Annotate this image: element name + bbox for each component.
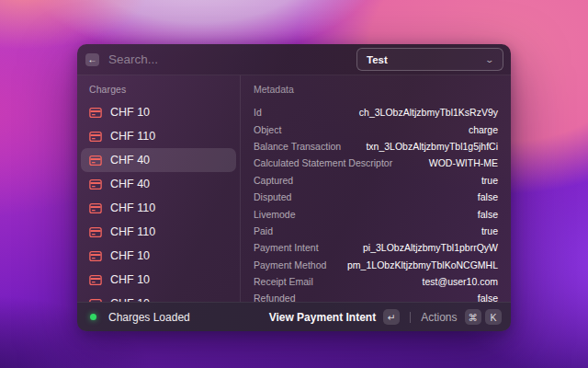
metadata-key: Payment Method (254, 259, 326, 270)
metadata-row: Balance Transaction txn_3LObzAltjzbmyTbl… (254, 138, 498, 155)
charge-amount-label: CHF 40 (110, 154, 150, 167)
environment-selected-value: Test (367, 54, 388, 65)
actions-key-badges: ⌘ K (465, 309, 503, 325)
charge-amount-label: CHF 10 (110, 273, 150, 286)
enter-key-badge[interactable]: ↵ (383, 309, 400, 325)
metadata-key: Calculated Statement Descriptor (254, 157, 392, 168)
metadata-title: Metadata (254, 75, 498, 101)
metadata-row: Livemode false (254, 205, 498, 222)
metadata-key: Id (254, 107, 262, 118)
metadata-row: Payment Intent pi_3LObzAltjzbmyTbl1pbrrQ… (254, 239, 498, 256)
charge-list-item[interactable]: CHF 10 (81, 292, 236, 302)
metadata-value: true (481, 175, 498, 186)
actions-menu-button[interactable]: Actions (421, 311, 457, 324)
charge-list-item[interactable]: CHF 10 (81, 100, 236, 124)
metadata-value: pm_1LObzKltjzbmyTblKoNCGMHL (347, 259, 498, 270)
metadata-key: Paid (254, 225, 273, 236)
metadata-row: Payment Method pm_1LObzKltjzbmyTblKoNCGM… (254, 257, 498, 273)
statusbar-divider (410, 312, 411, 323)
charge-list-item[interactable]: CHF 110 (81, 220, 236, 244)
metadata-row: Refunded false (254, 290, 498, 302)
credit-card-icon (89, 178, 102, 190)
charge-amount-label: CHF 40 (110, 178, 150, 190)
view-payment-intent-button[interactable]: View Payment Intent (269, 311, 376, 324)
metadata-row: Paid true (254, 223, 498, 239)
charge-list-item[interactable]: CHF 110 (81, 124, 236, 148)
metadata-row: Calculated Statement Descriptor WOD-WITH… (254, 155, 498, 171)
credit-card-icon (89, 226, 102, 238)
metadata-key: Object (254, 124, 281, 135)
credit-card-icon (89, 131, 102, 143)
charge-amount-label: CHF 110 (110, 130, 155, 143)
metadata-key: Captured (254, 175, 293, 186)
metadata-value: charge (469, 124, 498, 135)
metadata-value: false (478, 191, 498, 202)
metadata-panel: Metadata Id ch_3LObzAltjzbmyTbl1KsRzV9y … (241, 75, 511, 302)
metadata-rows: Id ch_3LObzAltjzbmyTbl1KsRzV9y Object ch… (254, 101, 498, 302)
charges-list-panel: Charges CHF 10 (77, 75, 241, 302)
app-window: ← Test ⌄ Charges CHF 10 (77, 44, 511, 331)
charge-list-item[interactable]: CHF 40 (81, 172, 236, 196)
metadata-value: test@user10.com (423, 276, 498, 287)
command-key-badge[interactable]: ⌘ (465, 309, 482, 325)
charge-amount-label: CHF 10 (110, 249, 150, 262)
metadata-value: WOD-WITH-ME (429, 157, 498, 168)
metadata-key: Balance Transaction (254, 141, 341, 152)
search-input[interactable] (108, 52, 347, 66)
metadata-key: Livemode (254, 209, 296, 220)
credit-card-icon (89, 250, 102, 262)
k-key-badge[interactable]: K (485, 309, 502, 325)
metadata-row: Receipt Email test@user10.com (254, 273, 498, 290)
metadata-value: txn_3LObzAltjzbmyTbl1g5jhfCi (366, 141, 498, 152)
back-button[interactable]: ← (85, 53, 99, 66)
metadata-key: Disputed (254, 191, 291, 202)
charge-amount-label: CHF 10 (110, 106, 150, 119)
main-content: Charges CHF 10 (77, 75, 511, 302)
charge-amount-label: CHF 110 (110, 201, 155, 214)
credit-card-icon (89, 107, 102, 119)
metadata-key: Payment Intent (254, 242, 319, 253)
environment-dropdown[interactable]: Test ⌄ (356, 48, 503, 71)
charge-amount-label: CHF 110 (110, 225, 155, 238)
credit-card-icon (89, 274, 102, 286)
charge-list-item[interactable]: CHF 110 (81, 196, 236, 220)
back-arrow-icon: ← (88, 53, 97, 66)
metadata-value: false (478, 209, 498, 220)
metadata-key: Receipt Email (254, 276, 313, 287)
metadata-row: Object charge (254, 121, 498, 137)
search-bar: ← Test ⌄ (77, 44, 511, 75)
credit-card-icon (89, 202, 102, 214)
status-bar: Charges Loaded View Payment Intent ↵ Act… (77, 302, 511, 331)
metadata-value: ch_3LObzAltjzbmyTbl1KsRzV9y (359, 107, 498, 118)
status-text: Charges Loaded (108, 311, 262, 324)
metadata-value: true (481, 225, 498, 236)
metadata-value: pi_3LObzAltjzbmyTbl1pbrrQyW (363, 242, 498, 253)
charge-list-item[interactable]: CHF 10 (81, 244, 236, 268)
metadata-row: Captured true (254, 172, 498, 189)
charges-list: CHF 10 CHF 110 (81, 100, 236, 302)
metadata-row: Disputed false (254, 189, 498, 205)
status-dot-icon (90, 314, 96, 320)
charges-section-label: Charges (81, 75, 236, 100)
charge-list-item[interactable]: CHF 10 (81, 268, 236, 292)
charge-list-item[interactable]: CHF 40 (81, 148, 236, 172)
metadata-row: Id ch_3LObzAltjzbmyTbl1KsRzV9y (254, 104, 498, 121)
credit-card-icon (89, 155, 102, 167)
chevron-down-icon: ⌄ (485, 55, 495, 64)
metadata-key: Refunded (254, 293, 296, 302)
metadata-value: false (478, 293, 498, 302)
